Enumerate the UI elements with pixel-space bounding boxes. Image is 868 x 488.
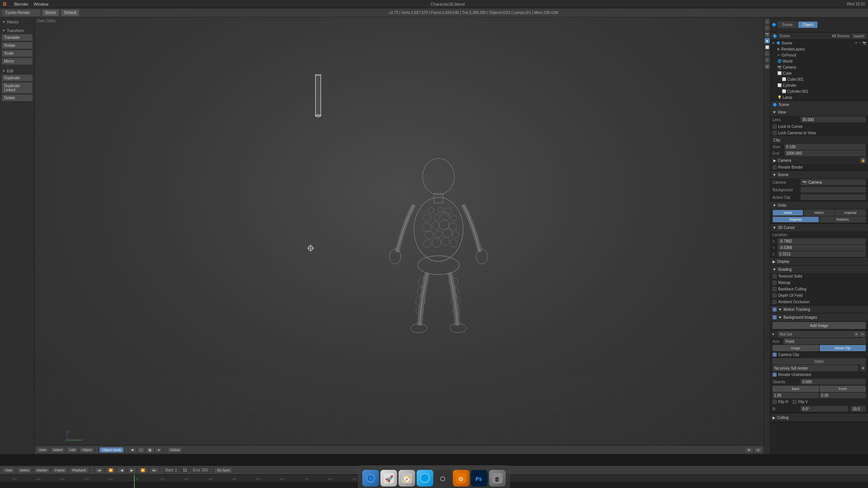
outliner-item-cube[interactable]: ⬜ Cube <box>770 70 868 76</box>
object-mode-select[interactable]: Object Mode <box>99 447 124 453</box>
camera-clip-check[interactable] <box>773 353 777 357</box>
outliner-item-grpencil[interactable]: ✏ GrPencil <box>770 52 868 58</box>
camera-prop-value[interactable]: 📷 Camera <box>800 179 866 185</box>
bg-images-check[interactable] <box>773 315 777 319</box>
render-icon[interactable]: 📷 <box>862 41 866 45</box>
outliner-search-btn[interactable]: Search <box>852 34 866 38</box>
no-proxy-dropdown-icon[interactable]: ▼ <box>860 365 866 371</box>
object-menu[interactable]: Object <box>79 447 94 453</box>
cursor-x-value[interactable]: -0.7882 <box>778 238 866 244</box>
dock-launchpad-icon[interactable]: 🚀 <box>380 470 397 486</box>
play-reverse-btn[interactable]: ◀ <box>118 467 126 473</box>
imperial-btn[interactable]: Imperial <box>835 210 866 216</box>
dock-blender-icon[interactable]: ⚙ <box>453 470 469 486</box>
movie-clip-btn[interactable]: Movie Clip <box>820 345 866 351</box>
render-border-check[interactable] <box>773 165 777 169</box>
prop-scene-header[interactable]: 🔷 Scene <box>770 101 868 108</box>
menu-blender[interactable]: Blender <box>14 2 28 6</box>
front-btn[interactable]: Front <box>820 386 866 392</box>
depth-of-field-check[interactable] <box>773 293 777 298</box>
current-frame-input[interactable]: 11 <box>179 467 191 473</box>
translate-btn[interactable]: Translate <box>2 34 33 41</box>
properties-object-icon[interactable]: ⬜ <box>765 45 770 50</box>
radians-btn[interactable]: Radians <box>820 216 866 223</box>
timeline-playback-btn[interactable]: Playback <box>69 467 89 473</box>
clip-end-value[interactable]: 1000.000 <box>785 150 866 156</box>
prev-keyframe-btn[interactable]: ⏪ <box>106 467 115 473</box>
properties-view-icon[interactable]: ◉ <box>765 38 770 43</box>
outliner-item-world[interactable]: 🌐 World <box>770 58 868 64</box>
properties-render-icon[interactable]: C <box>765 25 770 31</box>
dock-safari-icon[interactable]: 🌐 <box>417 470 433 486</box>
jump-end-btn[interactable]: ⏭ <box>150 467 159 473</box>
no-sync-btn[interactable]: No Sync <box>214 467 232 473</box>
open-btn[interactable]: Open <box>773 358 866 364</box>
timeline-marker-btn[interactable]: Marker <box>34 467 50 473</box>
scale-val-2[interactable]: 3.30 <box>820 393 866 398</box>
none-btn[interactable]: None <box>773 210 803 216</box>
scene-prop-section-header[interactable]: ▼ Scene <box>770 171 868 178</box>
cursor-y-value[interactable]: -0.5366 <box>778 245 866 250</box>
not-set-header[interactable]: ▼ Not Set ▼ ✕ <box>770 330 868 338</box>
not-set-close-icon[interactable]: ✕ <box>860 331 865 337</box>
dock-unity-icon[interactable]: ⬡ <box>435 470 451 486</box>
ambient-occlusion-check[interactable] <box>773 300 777 304</box>
image-btn[interactable]: Image <box>773 345 819 351</box>
scale-val-1[interactable]: 1.85 <box>773 393 819 398</box>
opacity-value[interactable]: 0.500 <box>800 379 866 385</box>
duplicate-btn[interactable]: Duplicate <box>2 74 33 81</box>
outliner-item-camera[interactable]: 📷 Camera <box>770 64 868 70</box>
viewport-shading-texture[interactable]: ▦ <box>146 447 154 453</box>
background-prop-value[interactable] <box>800 187 866 193</box>
dock-trash-icon[interactable]: 🗑 <box>489 470 506 486</box>
dock-compass-icon[interactable]: 🧭 <box>399 470 415 486</box>
next-keyframe-btn[interactable]: ⏩ <box>138 467 148 473</box>
render-undistorted-check[interactable] <box>773 373 777 377</box>
outliner-item-cylinder001[interactable]: ⬜ Cylinder.001 <box>770 88 868 94</box>
back-btn[interactable]: Back <box>773 386 819 392</box>
not-set-value[interactable]: Not Set <box>778 331 853 337</box>
textured-solid-check[interactable] <box>773 274 777 278</box>
properties-scene-icon[interactable]: S <box>765 19 770 24</box>
dock-finder-icon[interactable]: 🔵 <box>362 470 379 486</box>
viewport-shading-render[interactable]: ● <box>155 447 162 453</box>
dock-photoshop-icon[interactable]: Ps <box>471 470 488 486</box>
units-section-header[interactable]: ▼ Units <box>770 201 868 209</box>
3d-viewport[interactable]: User Ortho <box>35 17 770 454</box>
delete-btn[interactable]: Delete <box>2 94 33 101</box>
axis-value[interactable]: Front <box>783 338 866 344</box>
backface-culling-check[interactable] <box>773 287 777 291</box>
properties-mesh-icon[interactable]: △ <box>765 51 770 56</box>
properties-texture-icon[interactable]: ▦ <box>765 64 770 69</box>
main-viewport[interactable]: User Ortho <box>35 17 770 454</box>
rotate-btn[interactable]: Rotate <box>2 42 33 49</box>
no-proxy-btn[interactable]: No proxy, full render <box>773 365 858 371</box>
shading-section-header[interactable]: ▼ Shading <box>770 265 868 273</box>
outliner-item-cylinder[interactable]: ⬜ Cylinder <box>770 82 868 88</box>
outliner-item-cube001[interactable]: ⬜ Cube.001 <box>770 76 868 82</box>
lock-cursor-check[interactable] <box>773 124 777 129</box>
flip-h-check[interactable] <box>773 400 777 404</box>
outliner-item-lamp[interactable]: 💡 Lamp <box>770 94 868 100</box>
viewport-shading-solid[interactable]: ■ <box>129 447 136 453</box>
active-clip-value[interactable] <box>800 194 866 200</box>
degrees-btn[interactable]: Degrees <box>773 216 819 223</box>
properties-tab-object[interactable]: Object <box>798 21 817 28</box>
cursor-z-value[interactable]: 2.3211 <box>778 251 866 257</box>
engine-select[interactable]: Cycles Render <box>2 9 40 16</box>
display-section-header[interactable]: ▶ Display <box>770 258 868 265</box>
outliner-item-renderlayers[interactable]: ▶ RenderLayers <box>770 46 868 52</box>
outliner-item-scene[interactable]: ▼ 🔷 Scene 👁 ↖ 📷 <box>770 40 868 46</box>
jump-start-btn[interactable]: ⏮ <box>95 467 104 473</box>
r-value[interactable]: 0.0° <box>800 406 848 412</box>
bg-images-header[interactable]: ▼ Background Images <box>770 313 868 321</box>
timeline-select-btn[interactable]: Select <box>17 467 32 473</box>
motion-tracking-check[interactable] <box>773 307 777 312</box>
properties-render2-icon[interactable]: 📷 <box>765 32 770 37</box>
last-value[interactable]: 10.0 <box>851 406 866 412</box>
view-menu[interactable]: View <box>36 447 49 453</box>
timeline-view-btn[interactable]: View <box>2 467 15 473</box>
mirror-btn[interactable]: Mirror <box>2 58 33 65</box>
play-btn[interactable]: ▶ <box>128 467 136 473</box>
global-local-select[interactable]: Global <box>167 447 182 453</box>
